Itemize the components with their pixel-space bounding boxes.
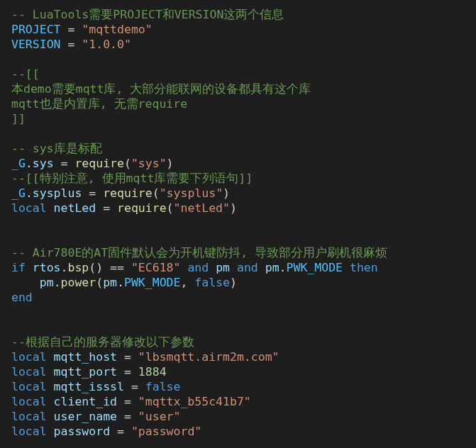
token-op bbox=[209, 261, 216, 274]
token-op: ( bbox=[96, 276, 103, 289]
token-vl: pm bbox=[265, 261, 279, 274]
token-op: . bbox=[26, 186, 33, 200]
code-line bbox=[11, 320, 18, 334]
token-str: "sysplus" bbox=[160, 186, 223, 200]
token-cm: --[[特别注意, 使用mqtt库需要下列语句]] bbox=[11, 172, 253, 185]
token-op: . bbox=[26, 157, 33, 170]
token-op: ) bbox=[167, 157, 174, 170]
token-op bbox=[230, 261, 237, 274]
code-line: local password = "password" bbox=[11, 425, 201, 438]
token-op bbox=[258, 261, 265, 274]
token-op bbox=[47, 395, 54, 408]
token-cm: 本demo需要mqtt库, 大部分能联网的设备都具有这个库 bbox=[11, 82, 311, 96]
code-line: if rtos.bsp() == "EC618" and pm and pm.P… bbox=[11, 261, 378, 274]
code-line bbox=[11, 127, 18, 140]
code-line: -- Air780E的AT固件默认会为开机键防抖, 导致部分用户刷机很麻烦 bbox=[11, 246, 387, 259]
token-kw: if bbox=[11, 261, 26, 274]
token-kc: false bbox=[194, 276, 230, 289]
code-line: PROJECT = "mqttdemo" bbox=[11, 23, 153, 36]
token-vl: sys bbox=[33, 157, 54, 170]
token-kw: then bbox=[350, 261, 378, 274]
token-op: , bbox=[180, 276, 194, 289]
token-kw: local bbox=[11, 410, 47, 423]
token-op: = bbox=[110, 425, 131, 438]
token-op: = bbox=[117, 365, 138, 379]
token-cn: PWK_MODE bbox=[287, 261, 343, 274]
token-op bbox=[47, 201, 54, 215]
token-cm: mqtt也是内置库, 无需require bbox=[11, 97, 187, 111]
token-vl: password bbox=[54, 425, 110, 438]
token-vl: pm bbox=[216, 261, 230, 274]
token-op: ) bbox=[230, 201, 237, 215]
token-kw: local bbox=[11, 425, 47, 438]
code-line bbox=[11, 216, 18, 230]
token-fn: require bbox=[117, 201, 167, 215]
code-line: pm.power(pm.PWK_MODE, false) bbox=[11, 276, 237, 289]
token-str: "EC618" bbox=[131, 261, 181, 274]
token-kw: local bbox=[11, 395, 47, 408]
code-line: _G.sysplus = require("sysplus") bbox=[11, 186, 230, 200]
token-kc: false bbox=[145, 380, 181, 393]
token-vl: client_id bbox=[54, 395, 117, 408]
token-vl: pm bbox=[103, 276, 117, 289]
token-kw: and bbox=[237, 261, 258, 274]
token-str: "netLed" bbox=[174, 201, 230, 215]
code-line: local user_name = "user" bbox=[11, 410, 180, 423]
token-vl: rtos bbox=[33, 261, 61, 274]
token-str: "user" bbox=[138, 410, 181, 423]
code-line: local netLed = require("netLed") bbox=[11, 201, 237, 215]
token-vl: netLed bbox=[54, 201, 96, 215]
code-block: -- LuaTools需要PROJECT和VERSION这两个信息 PROJEC… bbox=[0, 0, 476, 448]
token-vl: mqtt_port bbox=[54, 365, 117, 379]
code-line: VERSION = "1.0.0" bbox=[11, 38, 131, 51]
token-fn: require bbox=[103, 186, 153, 200]
token-str: "sys" bbox=[131, 157, 167, 170]
token-kw: local bbox=[11, 350, 47, 364]
token-op: = bbox=[117, 395, 138, 408]
token-str: "mqttx_b55c41b7" bbox=[138, 395, 251, 408]
token-vl: sysplus bbox=[33, 186, 82, 200]
token-vl: mqtt_host bbox=[54, 350, 117, 364]
code-line: _G.sys = require("sys") bbox=[11, 157, 174, 170]
code-line: mqtt也是内置库, 无需require bbox=[11, 97, 187, 111]
code-line: local mqtt_isssl = false bbox=[11, 380, 180, 393]
token-op: () == bbox=[89, 261, 131, 274]
token-va: _G bbox=[11, 157, 26, 170]
code-line: --根据自己的服务器修改以下参数 bbox=[11, 335, 194, 349]
token-op: = bbox=[96, 201, 117, 215]
token-op: ) bbox=[223, 186, 230, 200]
token-op bbox=[11, 276, 40, 289]
token-va: VERSION bbox=[11, 38, 61, 51]
token-op: . bbox=[117, 276, 124, 289]
token-kw: and bbox=[187, 261, 209, 274]
token-op: ( bbox=[124, 157, 131, 170]
token-cm: ]] bbox=[11, 112, 26, 125]
token-cn: PWK_MODE bbox=[124, 276, 180, 289]
token-op bbox=[47, 365, 54, 379]
code-line: ]] bbox=[11, 112, 26, 125]
token-kw: local bbox=[11, 201, 47, 215]
token-str: "mqttdemo" bbox=[82, 23, 152, 36]
code-line bbox=[11, 231, 18, 245]
token-op bbox=[47, 380, 54, 393]
token-op: = bbox=[117, 350, 138, 364]
token-op: . bbox=[279, 261, 287, 274]
token-cm: --[[ bbox=[11, 67, 40, 81]
code-line: --[[ bbox=[11, 67, 40, 81]
token-op: = bbox=[124, 380, 145, 393]
token-cm: -- LuaTools需要PROJECT和VERSION这两个信息 bbox=[11, 8, 284, 21]
token-va: _G bbox=[11, 186, 26, 200]
code-line: --[[特别注意, 使用mqtt库需要下列语句]] bbox=[11, 172, 253, 185]
code-content: -- LuaTools需要PROJECT和VERSION这两个信息 PROJEC… bbox=[11, 8, 387, 438]
code-line: local client_id = "mqttx_b55c41b7" bbox=[11, 395, 251, 408]
token-op: ( bbox=[153, 186, 160, 200]
token-op: = bbox=[61, 38, 82, 51]
token-op bbox=[343, 261, 350, 274]
token-op bbox=[26, 261, 33, 274]
token-kw: end bbox=[11, 291, 33, 304]
code-line: local mqtt_port = 1884 bbox=[11, 365, 167, 379]
token-op bbox=[47, 410, 54, 423]
token-va: PROJECT bbox=[11, 23, 61, 36]
token-vl: user_name bbox=[54, 410, 117, 423]
code-line: 本demo需要mqtt库, 大部分能联网的设备都具有这个库 bbox=[11, 82, 311, 96]
